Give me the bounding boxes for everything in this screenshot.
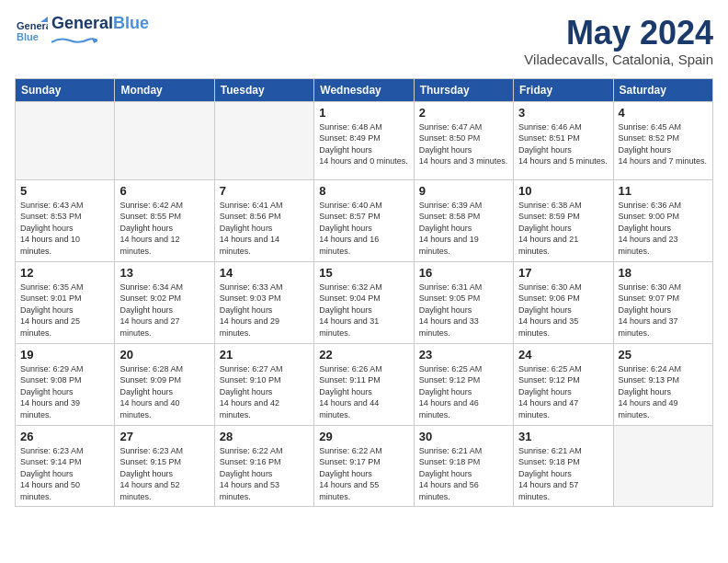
day-info: Sunrise: 6:24 AMSunset: 9:13 PMDaylight …: [619, 363, 708, 421]
day-info: Sunrise: 6:43 AMSunset: 8:53 PMDaylight …: [20, 200, 109, 258]
day-number: 20: [119, 348, 209, 362]
day-number: 7: [220, 184, 309, 198]
day-info: Sunrise: 6:25 AMSunset: 9:12 PMDaylight …: [518, 363, 608, 421]
weekday-header-monday: Monday: [115, 78, 214, 101]
day-number: 26: [20, 430, 109, 443]
weekday-header-tuesday: Tuesday: [214, 78, 313, 101]
calendar-week-4: 26Sunrise: 6:23 AMSunset: 9:14 PMDayligh…: [16, 425, 713, 507]
day-info: Sunrise: 6:21 AMSunset: 9:18 PMDaylight …: [419, 445, 508, 503]
day-number: 9: [419, 184, 508, 198]
month-title: May 2024: [524, 15, 713, 52]
day-info: Sunrise: 6:28 AMSunset: 9:09 PMDaylight …: [119, 363, 209, 421]
weekday-header-wednesday: Wednesday: [314, 78, 414, 101]
day-number: 6: [119, 184, 209, 198]
location: Viladecavalls, Catalonia, Spain: [524, 52, 713, 67]
day-number: 10: [518, 184, 608, 198]
calendar-day-30: 30Sunrise: 6:21 AMSunset: 9:18 PMDayligh…: [414, 425, 513, 507]
day-info: Sunrise: 6:22 AMSunset: 9:16 PMDaylight …: [220, 445, 309, 503]
day-info: Sunrise: 6:39 AMSunset: 8:58 PMDaylight …: [419, 200, 508, 258]
day-number: 29: [319, 430, 408, 443]
calendar-day-6: 6Sunrise: 6:42 AMSunset: 8:55 PMDaylight…: [115, 179, 214, 261]
calendar-day-14: 14Sunrise: 6:33 AMSunset: 9:03 PMDayligh…: [214, 261, 313, 343]
calendar-day-21: 21Sunrise: 6:27 AMSunset: 9:10 PMDayligh…: [214, 343, 313, 425]
calendar-day-19: 19Sunrise: 6:29 AMSunset: 9:08 PMDayligh…: [16, 343, 115, 425]
day-info: Sunrise: 6:35 AMSunset: 9:01 PMDaylight …: [20, 282, 109, 339]
day-info: Sunrise: 6:21 AMSunset: 9:18 PMDaylight …: [518, 445, 608, 503]
day-info: Sunrise: 6:41 AMSunset: 8:56 PMDaylight …: [220, 200, 309, 258]
day-info: Sunrise: 6:30 AMSunset: 9:06 PMDaylight …: [518, 282, 608, 339]
calendar-week-1: 5Sunrise: 6:43 AMSunset: 8:53 PMDaylight…: [16, 179, 713, 261]
calendar-day-11: 11Sunrise: 6:36 AMSunset: 9:00 PMDayligh…: [613, 179, 712, 261]
weekday-header-row: SundayMondayTuesdayWednesdayThursdayFrid…: [16, 78, 713, 101]
day-info: Sunrise: 6:46 AMSunset: 8:51 PMDaylight …: [518, 121, 608, 167]
calendar-day-empty: [214, 101, 313, 179]
day-number: 14: [220, 266, 309, 280]
calendar-table: SundayMondayTuesdayWednesdayThursdayFrid…: [15, 78, 713, 508]
calendar-day-12: 12Sunrise: 6:35 AMSunset: 9:01 PMDayligh…: [16, 261, 115, 343]
logo: General Blue GeneralBlue: [15, 15, 149, 48]
day-info: Sunrise: 6:36 AMSunset: 9:00 PMDaylight …: [619, 200, 708, 258]
day-number: 23: [419, 348, 508, 362]
day-number: 22: [319, 348, 408, 362]
calendar-day-3: 3Sunrise: 6:46 AMSunset: 8:51 PMDaylight…: [514, 101, 613, 179]
day-number: 2: [419, 106, 508, 120]
day-info: Sunrise: 6:40 AMSunset: 8:57 PMDaylight …: [319, 200, 408, 258]
calendar-day-1: 1Sunrise: 6:48 AMSunset: 8:49 PMDaylight…: [314, 101, 414, 179]
day-info: Sunrise: 6:23 AMSunset: 9:14 PMDaylight …: [20, 445, 109, 503]
day-info: Sunrise: 6:38 AMSunset: 8:59 PMDaylight …: [518, 200, 608, 258]
day-number: 30: [419, 430, 508, 443]
day-number: 16: [419, 266, 508, 280]
logo-general: General: [51, 14, 113, 32]
day-info: Sunrise: 6:45 AMSunset: 8:52 PMDaylight …: [619, 121, 708, 167]
logo-blue: Blue: [113, 14, 149, 32]
calendar-day-9: 9Sunrise: 6:39 AMSunset: 8:58 PMDaylight…: [414, 179, 513, 261]
day-info: Sunrise: 6:27 AMSunset: 9:10 PMDaylight …: [220, 363, 309, 421]
day-number: 19: [20, 348, 109, 362]
weekday-header-thursday: Thursday: [414, 78, 513, 101]
calendar-day-28: 28Sunrise: 6:22 AMSunset: 9:16 PMDayligh…: [214, 425, 313, 507]
day-number: 12: [20, 266, 109, 280]
calendar-day-26: 26Sunrise: 6:23 AMSunset: 9:14 PMDayligh…: [16, 425, 115, 507]
day-number: 1: [319, 106, 408, 120]
calendar-day-31: 31Sunrise: 6:21 AMSunset: 9:18 PMDayligh…: [514, 425, 613, 507]
day-number: 8: [319, 184, 408, 198]
calendar-week-0: 1Sunrise: 6:48 AMSunset: 8:49 PMDaylight…: [16, 101, 713, 179]
logo-icon: General Blue: [15, 15, 48, 48]
page-header: General Blue GeneralBlue May 2024 Vilade…: [15, 15, 713, 67]
calendar-day-15: 15Sunrise: 6:32 AMSunset: 9:04 PMDayligh…: [314, 261, 414, 343]
day-info: Sunrise: 6:33 AMSunset: 9:03 PMDaylight …: [220, 282, 309, 339]
day-info: Sunrise: 6:29 AMSunset: 9:08 PMDaylight …: [20, 363, 109, 421]
day-number: 27: [119, 430, 209, 443]
calendar-day-24: 24Sunrise: 6:25 AMSunset: 9:12 PMDayligh…: [514, 343, 613, 425]
day-info: Sunrise: 6:34 AMSunset: 9:02 PMDaylight …: [119, 282, 209, 339]
day-number: 5: [20, 184, 109, 198]
day-info: Sunrise: 6:48 AMSunset: 8:49 PMDaylight …: [319, 121, 408, 167]
weekday-header-friday: Friday: [514, 78, 613, 101]
calendar-day-13: 13Sunrise: 6:34 AMSunset: 9:02 PMDayligh…: [115, 261, 214, 343]
day-number: 28: [220, 430, 309, 443]
day-number: 31: [518, 430, 608, 443]
calendar-week-3: 19Sunrise: 6:29 AMSunset: 9:08 PMDayligh…: [16, 343, 713, 425]
calendar-day-18: 18Sunrise: 6:30 AMSunset: 9:07 PMDayligh…: [613, 261, 712, 343]
day-number: 21: [220, 348, 309, 362]
day-number: 25: [619, 348, 708, 362]
svg-text:Blue: Blue: [17, 31, 39, 42]
calendar-day-empty: [613, 425, 712, 507]
calendar-day-22: 22Sunrise: 6:26 AMSunset: 9:11 PMDayligh…: [314, 343, 414, 425]
day-number: 3: [518, 106, 608, 120]
day-number: 4: [619, 106, 708, 120]
calendar-week-2: 12Sunrise: 6:35 AMSunset: 9:01 PMDayligh…: [16, 261, 713, 343]
calendar-day-7: 7Sunrise: 6:41 AMSunset: 8:56 PMDaylight…: [214, 179, 313, 261]
calendar-day-23: 23Sunrise: 6:25 AMSunset: 9:12 PMDayligh…: [414, 343, 513, 425]
calendar-day-4: 4Sunrise: 6:45 AMSunset: 8:52 PMDaylight…: [613, 101, 712, 179]
calendar-day-29: 29Sunrise: 6:22 AMSunset: 9:17 PMDayligh…: [314, 425, 414, 507]
calendar-day-empty: [16, 101, 115, 179]
day-number: 15: [319, 266, 408, 280]
day-number: 13: [119, 266, 209, 280]
weekday-header-saturday: Saturday: [613, 78, 712, 101]
logo-wave: [51, 37, 97, 44]
title-block: May 2024 Viladecavalls, Catalonia, Spain: [524, 15, 713, 67]
calendar-day-empty: [115, 101, 214, 179]
calendar-day-5: 5Sunrise: 6:43 AMSunset: 8:53 PMDaylight…: [16, 179, 115, 261]
calendar-day-16: 16Sunrise: 6:31 AMSunset: 9:05 PMDayligh…: [414, 261, 513, 343]
